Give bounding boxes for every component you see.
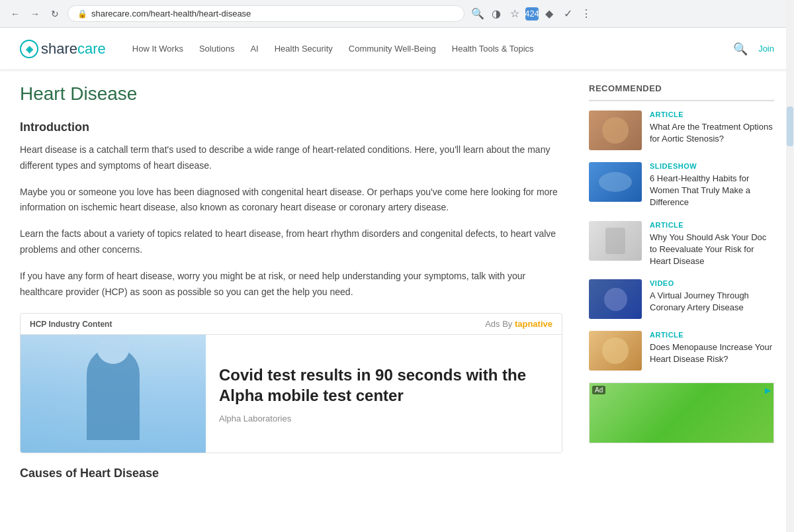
main-layout: Heart Disease Introduction Heart disease…: [0, 70, 794, 494]
rec-item-4[interactable]: VIDEO A Virtual Journey Through Coronary…: [589, 279, 774, 319]
join-link[interactable]: Join: [758, 44, 774, 54]
rec-info-4: VIDEO A Virtual Journey Through Coronary…: [650, 279, 774, 319]
ad-box[interactable]: HCP Industry Content Ads By tapnative: [20, 313, 562, 453]
rec-item-3[interactable]: ARTICLE Why You Should Ask Your Doc to R…: [589, 221, 774, 268]
rec-image-5: [589, 331, 642, 371]
nav-links: How It Works Solutions AI Health Securit…: [132, 44, 733, 54]
paragraph-4: If you have any form of heart disease, w…: [20, 269, 562, 300]
bookmark-icon[interactable]: ☆: [507, 6, 523, 22]
causes-heading: Causes of Heart Disease: [20, 466, 562, 480]
intro-heading: Introduction: [20, 120, 562, 134]
rec-image-1: [589, 111, 642, 150]
page-title: Heart Disease: [20, 83, 562, 105]
paragraph-3: Learn the facts about a variety of topic…: [20, 226, 562, 258]
sidebar-ad-badge: Ad: [592, 386, 605, 394]
rec-info-5: ARTICLE Does Menopause Increase Your Hea…: [650, 331, 774, 371]
nav-health-security[interactable]: Health Security: [275, 44, 333, 54]
lock-icon: 🔒: [77, 9, 87, 19]
rec-title-3: Why You Should Ask Your Doc to Reevaluat…: [650, 232, 774, 268]
nav-solutions[interactable]: Solutions: [199, 44, 234, 54]
rec-type-2: SLIDESHOW: [650, 162, 774, 170]
rec-title-1: What Are the Treatment Options for Aorti…: [650, 121, 774, 145]
logo-icon: ◈: [20, 40, 38, 58]
scrollbar-thumb[interactable]: [787, 107, 793, 146]
sidebar: RECOMMENDED ARTICLE What Are the Treatme…: [589, 83, 774, 480]
browser-ext-icon[interactable]: ◑: [488, 6, 504, 22]
refresh-button[interactable]: ↻: [48, 7, 62, 21]
rec-image-3: [589, 221, 642, 261]
forward-button[interactable]: →: [28, 7, 42, 21]
sidebar-ad-expand-icon[interactable]: ▶: [765, 386, 771, 395]
back-button[interactable]: ←: [8, 7, 22, 21]
ext-icon-1[interactable]: 424: [525, 7, 539, 21]
address-bar[interactable]: 🔒 sharecare.com/heart-health/heart-disea…: [67, 5, 464, 22]
paragraph-1: Heart disease is a catchall term that's …: [20, 142, 562, 174]
rec-info-1: ARTICLE What Are the Treatment Options f…: [650, 111, 774, 150]
rec-type-1: ARTICLE: [650, 111, 774, 118]
sidebar-ad-image: [590, 383, 773, 443]
recommended-section: RECOMMENDED ARTICLE What Are the Treatme…: [589, 83, 774, 443]
ad-headline: Covid test results in 90 seconds with th…: [219, 365, 549, 406]
ext-icon-2[interactable]: ◆: [541, 6, 557, 22]
sidebar-ad[interactable]: Ad ▶: [589, 382, 774, 443]
rec-info-2: SLIDESHOW 6 Heart-Healthy Habits for Wom…: [650, 162, 774, 209]
browser-tools: 🔍 ◑ ☆ 424 ◆ ✓ ⋮: [470, 6, 594, 22]
nav-how-it-works[interactable]: How It Works: [132, 44, 183, 54]
paragraph-2: Maybe you or someone you love has been d…: [20, 185, 562, 216]
rec-type-3: ARTICLE: [650, 221, 774, 229]
rec-image-4: [589, 279, 642, 319]
rec-type-4: VIDEO: [650, 279, 774, 287]
rec-image-2: [589, 162, 642, 202]
nav-community-well-being[interactable]: Community Well-Being: [349, 44, 436, 54]
logo-text: sharecare: [41, 40, 106, 58]
rec-title-4: A Virtual Journey Through Coronary Arter…: [650, 290, 774, 314]
rec-item-2[interactable]: SLIDESHOW 6 Heart-Healthy Habits for Wom…: [589, 162, 774, 209]
ad-content: Covid test results in 90 seconds with th…: [21, 335, 562, 453]
recommended-title: RECOMMENDED: [589, 83, 774, 101]
ad-text-block: Covid test results in 90 seconds with th…: [206, 335, 562, 453]
ad-image: [21, 335, 206, 453]
ad-label: HCP Industry Content: [30, 320, 112, 329]
ad-header: HCP Industry Content Ads By tapnative: [21, 314, 562, 335]
search-tool-icon[interactable]: 🔍: [470, 6, 486, 22]
rec-type-5: ARTICLE: [650, 331, 774, 339]
nav-right: 🔍 Join: [733, 42, 774, 56]
nav-health-tools-topics[interactable]: Health Tools & Topics: [452, 44, 534, 54]
nav-ai[interactable]: AI: [250, 44, 258, 54]
search-icon[interactable]: 🔍: [733, 42, 748, 56]
rec-info-3: ARTICLE Why You Should Ask Your Doc to R…: [650, 221, 774, 268]
rec-item-1[interactable]: ARTICLE What Are the Treatment Options f…: [589, 111, 774, 150]
site-logo[interactable]: ◈ sharecare: [20, 40, 106, 58]
browser-chrome: ← → ↻ 🔒 sharecare.com/heart-health/heart…: [0, 0, 794, 28]
url-text: sharecare.com/heart-health/heart-disease: [91, 9, 251, 19]
rec-item-5[interactable]: ARTICLE Does Menopause Increase Your Hea…: [589, 331, 774, 371]
site-navigation: ◈ sharecare How It Works Solutions AI He…: [0, 28, 794, 70]
ad-advertiser: Alpha Laboratories: [219, 414, 549, 423]
content-area: Heart Disease Introduction Heart disease…: [20, 83, 562, 480]
rec-title-2: 6 Heart-Healthy Habits for Women That Tr…: [650, 173, 774, 209]
ext-icon-3[interactable]: ✓: [560, 6, 576, 22]
scrollbar[interactable]: [786, 0, 794, 532]
menu-icon[interactable]: ⋮: [578, 6, 594, 22]
rec-title-5: Does Menopause Increase Your Heart Disea…: [650, 341, 774, 365]
tapnative-logo: Ads By tapnative: [485, 319, 552, 329]
